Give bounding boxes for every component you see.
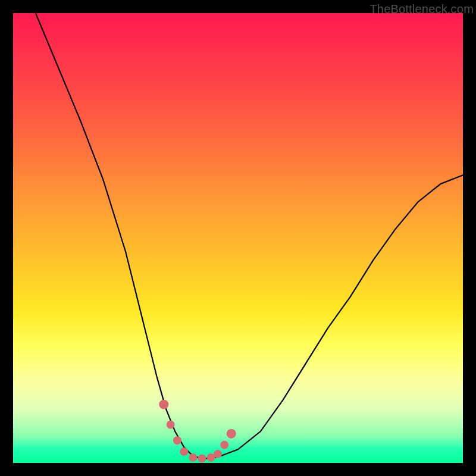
- highlighted-point: [227, 429, 236, 439]
- highlighted-point: [173, 436, 181, 444]
- bottleneck-curve-svg: [13, 13, 463, 463]
- highlighted-point: [220, 441, 228, 449]
- bottleneck-curve-line: [36, 13, 463, 458]
- chart-plot-area: [13, 13, 463, 463]
- highlighted-point: [198, 454, 206, 462]
- highlighted-point: [159, 400, 168, 409]
- highlighted-point: [167, 421, 175, 429]
- highlighted-points-group: [159, 400, 236, 463]
- highlighted-point: [214, 450, 222, 458]
- highlighted-point: [180, 447, 188, 456]
- watermark-text: TheBottleneck.com: [369, 2, 474, 16]
- highlighted-point: [189, 453, 197, 462]
